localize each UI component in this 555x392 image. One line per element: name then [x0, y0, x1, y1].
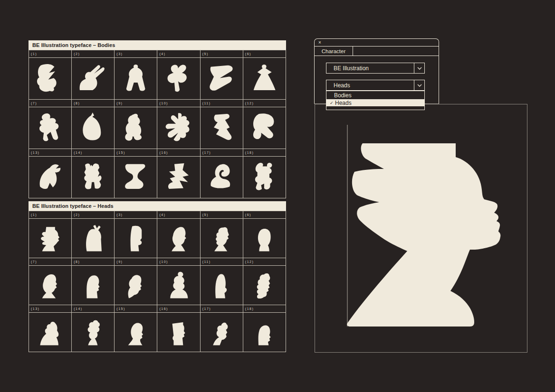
glyph-cell-label: (8): [72, 100, 114, 107]
style-menu-option-bodies[interactable]: Bodies: [326, 91, 424, 99]
glyph-cell-art: [243, 157, 286, 198]
glyph-cell-label: (14): [72, 149, 114, 157]
glyph-style-dropdown[interactable]: Heads: [326, 80, 425, 91]
head-4-glyph: [163, 220, 194, 256]
head-2-glyph: [78, 220, 108, 256]
head-14-glyph: [78, 314, 108, 350]
heads-glyph-cell: (10): [157, 258, 200, 305]
glyph-cell-art: [29, 157, 71, 198]
heads-glyph-cell: (11): [201, 258, 243, 305]
glyph-cell-label: (6): [243, 50, 286, 58]
heads-grid: (1)(2)(3)(4)(5)(6)(7)(8)(9)(10)(11)(12)(…: [29, 211, 286, 352]
glyph-cell-art: [72, 157, 114, 198]
glyph-cell-art: [201, 58, 243, 99]
preview-canvas[interactable]: [315, 104, 527, 353]
bodies-glyph-cell: (13): [29, 149, 71, 198]
glyph-cell-label: (5): [201, 211, 243, 219]
heads-glyph-cell: (2): [72, 211, 114, 258]
glyph-cell-label: (18): [243, 149, 286, 157]
heads-glyph-cell: (1): [29, 211, 71, 258]
head-preview-art: [344, 140, 506, 329]
bodies-glyph-cell: (11): [201, 100, 243, 149]
heads-glyph-cell: (16): [157, 305, 200, 352]
head-3-glyph: [121, 220, 151, 256]
glyph-cell-label: (7): [29, 258, 71, 266]
glyph-cell-label: (3): [115, 211, 157, 219]
font-family-value: BE Illustration: [326, 63, 414, 73]
head-17-glyph: [206, 314, 237, 350]
panel-titlebar: ×: [315, 39, 439, 47]
heads-glyph-cell: (17): [201, 305, 243, 352]
glyph-cell-art: [243, 266, 286, 305]
bodies-glyph-cell: (15): [115, 149, 157, 198]
font-family-dropdown[interactable]: BE Illustration: [326, 63, 425, 74]
bodies-glyph-cell: (1): [29, 50, 71, 99]
glyph-cell-label: (14): [72, 305, 114, 313]
glyph-cell-art: [157, 157, 200, 198]
close-icon[interactable]: ×: [318, 39, 321, 46]
body-13-glyph: [33, 159, 67, 195]
glyph-cell-label: (17): [201, 305, 243, 313]
glyph-cell-art: [72, 313, 114, 352]
heads-glyph-cell: (18): [243, 305, 286, 352]
glyph-cell-art: [243, 58, 286, 99]
body-3-glyph: [119, 61, 153, 96]
head-13-glyph: [35, 314, 65, 350]
glyph-cell-art: [157, 58, 200, 99]
glyph-cell-label: (9): [115, 100, 157, 107]
tab-character[interactable]: Character: [315, 47, 353, 56]
glyph-cell-label: (12): [243, 100, 286, 107]
glyph-cell-label: (16): [157, 305, 200, 313]
glyph-cell-art: [29, 58, 71, 99]
glyph-cell-art: [157, 219, 200, 258]
glyph-cell-label: (10): [157, 258, 200, 266]
bodies-glyph-cell: (16): [157, 149, 200, 198]
body-10-glyph: [162, 110, 195, 146]
body-17-glyph: [205, 159, 239, 195]
head-1-glyph: [35, 220, 65, 256]
glyph-cell-art: [243, 107, 286, 149]
glyph-cell-art: [115, 58, 157, 99]
head-6-glyph: [249, 220, 279, 256]
body-14-glyph: [76, 159, 110, 195]
heads-glyph-cell: (9): [115, 258, 157, 305]
glyph-cell-label: (1): [29, 211, 71, 219]
glyph-cell-label: (4): [157, 211, 200, 219]
heads-glyph-cell: (13): [29, 305, 71, 352]
bodies-glyph-cell: (10): [157, 100, 200, 149]
glyph-cell-art: [243, 313, 286, 352]
bodies-glyph-cell: (8): [72, 100, 114, 149]
style-menu: Bodies✓Heads: [326, 91, 425, 110]
body-18-glyph: [248, 159, 281, 195]
glyph-cell-art: [29, 313, 71, 352]
glyph-cell-label: (13): [29, 305, 71, 313]
glyph-cell-label: (18): [243, 305, 286, 313]
style-menu-option-heads[interactable]: ✓Heads: [326, 99, 424, 106]
glyph-cell-art: [72, 266, 114, 305]
glyph-cell-art: [72, 219, 114, 258]
bodies-specimen-table: BE Illustration typeface – Bodies (1)(2)…: [29, 40, 286, 198]
glyph-cell-label: (11): [201, 100, 243, 107]
head-16-glyph: [163, 314, 194, 350]
bodies-glyph-cell: (5): [201, 50, 243, 99]
glyph-cell-art: [29, 219, 71, 258]
body-12-glyph: [248, 110, 281, 146]
style-menu-option-label: Bodies: [334, 92, 352, 99]
glyph-cell-art: [72, 107, 114, 149]
head-10-glyph: [163, 267, 194, 303]
heads-glyph-cell: (6): [243, 211, 286, 258]
head-11-glyph: [206, 267, 237, 303]
glyph-cell-label: (15): [115, 305, 157, 313]
heads-glyph-cell: (12): [243, 258, 286, 305]
bodies-glyph-cell: (14): [72, 149, 114, 198]
heads-glyph-cell: (3): [115, 211, 157, 258]
glyph-cell-art: [115, 219, 157, 258]
glyph-cell-label: (3): [115, 50, 157, 58]
checkmark-icon: ✓: [330, 101, 334, 105]
glyph-cell-art: [115, 107, 157, 149]
body-4-glyph: [162, 61, 195, 96]
bodies-glyph-cell: (4): [157, 50, 200, 99]
bodies-glyph-cell: (9): [115, 100, 157, 149]
glyph-cell-art: [201, 219, 243, 258]
page-background: BE Illustration typeface – Bodies (1)(2)…: [0, 0, 555, 392]
